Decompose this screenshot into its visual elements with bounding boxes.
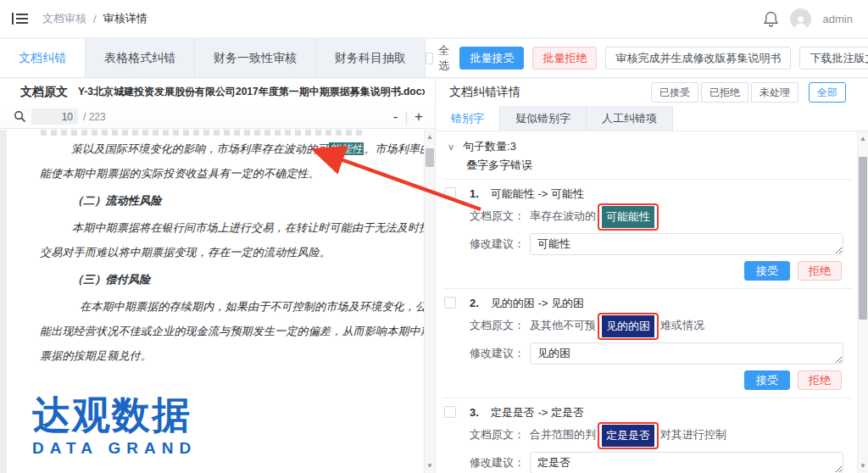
error-item: 2.见的的困 -> 见的困 文档原文：及其他不可预见的的困难或情况 修改建议：见… (442, 289, 852, 398)
breadcrumb-separator: / (93, 13, 97, 25)
error-highlight-chip: 定是是否 (602, 425, 654, 447)
document-scrollbar[interactable]: ▲ ▼ (424, 130, 435, 473)
scroll-up-arrow[interactable]: ▲ (425, 131, 435, 142)
item-checkbox[interactable] (444, 297, 456, 309)
page-gutter (0, 130, 7, 473)
tab-manual-corrections[interactable]: 人工纠错项 (587, 106, 673, 131)
breadcrumb-current: 审核详情 (103, 11, 147, 26)
clipped-text-line (41, 130, 362, 136)
select-all-checkbox[interactable] (426, 53, 433, 64)
tab-doc-correction[interactable]: 文档纠错 (0, 39, 86, 77)
tab-typos[interactable]: 错别字 (436, 106, 500, 131)
scrollbar-thumb[interactable] (426, 148, 434, 167)
scrollbar-thumb[interactable] (859, 157, 867, 320)
doc-line: 本期中期票据将在银行间市场上进行交易，在转让时可能由于无法及时找到 (40, 215, 401, 240)
doc-heading: （二）流动性风险 (40, 188, 401, 213)
error-item: 3.定是是否 -> 定是否 文档原文：合并范围的判定是是否对其进行控制 修改建议… (442, 398, 852, 473)
suggestion-input[interactable]: 可能性 (530, 233, 843, 255)
error-red-box: 可能能性 (598, 203, 659, 231)
suggestion-label: 修改建议： (470, 452, 525, 473)
error-group-header[interactable]: ∨ 句子数量:3 叠字多字错误 (442, 131, 852, 180)
correction-scrollbar[interactable]: ▲ ▼ (857, 131, 868, 473)
breadcrumb-root[interactable]: 文档审核 (42, 11, 86, 26)
notification-bell-icon[interactable] (764, 11, 778, 27)
correction-list: ∨ 句子数量:3 叠字多字错误 1.可能能性 -> 可能性 文档原文：率存在波动… (436, 131, 857, 473)
document-text: 策以及国际环境变化的影响，市场利率存在波动的可能能性。市场利率的波动可 能使本期… (40, 136, 401, 368)
group-subtitle: 叠字多字错误 (466, 158, 852, 173)
filter-rejected-button[interactable]: 已拒绝 (701, 82, 748, 103)
tab-finance-subject[interactable]: 财务科目抽取 (316, 39, 426, 77)
original-post: 难或情况 (660, 319, 704, 331)
document-filename: Y-3北京城建投资发展股份有限公司2017年度第一期中期票据募集说明书.docx (78, 85, 425, 99)
doc-line: 票据的按期足额兑付。 (40, 343, 401, 368)
original-label: 文档原文： (470, 209, 525, 222)
doc-error-highlight: 能能性 (329, 142, 364, 155)
correction-tab-bar: 错别字 疑似错别字 人工纠错项 (436, 106, 868, 131)
reject-button[interactable]: 拒绝 (798, 261, 842, 281)
scroll-up-arrow[interactable]: ▲ (858, 133, 868, 144)
doc-heading: （三）偿付风险 (40, 267, 401, 292)
zoom-in-button[interactable]: + (415, 109, 423, 124)
page-number-input[interactable] (31, 109, 78, 125)
doc-line: 能出现经营状况不佳或企业的现金流与预期发生一定的偏差，从而影响本期中期 (40, 319, 401, 343)
correction-panel: 文档纠错详情 已接受 已拒绝 未处理 全部 错别字 疑似错别字 人工纠错项 ∨ … (436, 79, 868, 473)
document-panel: 文档原文 Y-3北京城建投资发展股份有限公司2017年度第一期中期票据募集说明书… (0, 79, 436, 473)
suggestion-input[interactable]: 定是否 (530, 452, 843, 473)
batch-reject-button[interactable]: 批量拒绝 (532, 47, 597, 70)
filter-all-button[interactable]: 全部 (809, 82, 846, 103)
document-panel-title: 文档原文 (20, 85, 68, 100)
error-highlight-chip: 见的的困 (602, 315, 654, 337)
tab-suspected-typos[interactable]: 疑似错别字 (500, 106, 587, 131)
scroll-down-arrow[interactable]: ▼ (858, 460, 868, 471)
item-checkbox[interactable] (444, 406, 456, 418)
toolbar: 文档纠错 表格格式纠错 财务一致性审核 财务科目抽取 全选 批量接受 批量拒绝 … (0, 39, 868, 78)
username-label: admin (823, 13, 853, 25)
chevron-down-icon[interactable]: ∨ (448, 142, 454, 153)
user-avatar[interactable] (790, 8, 811, 30)
download-annotated-button[interactable]: 下载批注版文件 (799, 47, 868, 70)
pdf-toolbar: / 223 - | + (0, 105, 435, 129)
suggestion-label: 修改建议： (470, 342, 525, 364)
zoom-divider: | (404, 110, 408, 124)
filter-accepted-button[interactable]: 已接受 (651, 82, 698, 103)
tab-finance-consistency[interactable]: 财务一致性审核 (195, 39, 316, 77)
reject-button[interactable]: 拒绝 (798, 370, 842, 390)
filter-pending-button[interactable]: 未处理 (751, 82, 798, 103)
doc-line: 交易对手而难以将中期票据变现，存在一定的流动性风险。 (40, 240, 401, 264)
accept-button[interactable]: 接受 (744, 370, 790, 390)
top-bar: 文档审核 / 审核详情 admin (0, 0, 868, 38)
logo-chinese: 达观数据 (32, 394, 197, 437)
batch-accept-button[interactable]: 批量接受 (459, 47, 524, 70)
logo-english: DATA GRAND (32, 439, 197, 458)
scroll-down-arrow[interactable]: ▼ (425, 460, 435, 471)
collapse-menu-icon[interactable] (12, 12, 29, 25)
original-label: 文档原文： (470, 428, 525, 441)
group-title: 句子数量:3 (463, 139, 516, 154)
accept-button[interactable]: 接受 (744, 261, 790, 281)
item-number: 1. (470, 187, 479, 200)
zoom-out-button[interactable]: - (393, 109, 398, 124)
item-rule: 可能能性 -> 可能性 (491, 187, 584, 200)
original-post: 对其进行控制 (660, 428, 726, 441)
item-rule: 见的的困 -> 见的困 (491, 297, 584, 309)
suggestion-label: 修改建议： (470, 233, 525, 255)
document-viewer: 策以及国际环境变化的影响，市场利率存在波动的可能能性。市场利率的波动可 能使本期… (0, 130, 435, 473)
item-number: 2. (470, 297, 479, 309)
search-icon[interactable] (14, 110, 26, 123)
doc-line: 策以及国际环境变化的影响，市场利率存在波动的可能能性。市场利率的波动可 (40, 136, 401, 161)
select-all-label: 全选 (438, 43, 451, 74)
original-pre: 及其他不可预 (530, 319, 596, 331)
error-highlight-chip: 可能能性 (602, 206, 654, 228)
datagrand-logo: 达观数据 DATA GRAND (32, 394, 197, 459)
item-number: 3. (470, 406, 479, 419)
complete-generate-button[interactable]: 审核完成并生成修改版募集说明书 (605, 47, 791, 70)
error-red-box: 见的的困 (598, 313, 659, 340)
page-total-label: / 223 (83, 111, 106, 123)
main-tab-bar: 文档纠错 表格格式纠错 财务一致性审核 财务科目抽取 (0, 39, 426, 77)
error-red-box: 定是是否 (598, 422, 659, 449)
doc-line: 在本期中期票据的存续期内，如果由于不可控制的市场及环境变化，公司可 (40, 294, 401, 319)
item-checkbox[interactable] (444, 187, 456, 199)
item-rule: 定是是否 -> 定是否 (491, 406, 584, 419)
tab-table-format[interactable]: 表格格式纠错 (86, 39, 195, 77)
suggestion-input[interactable]: 见的困 (530, 342, 843, 364)
